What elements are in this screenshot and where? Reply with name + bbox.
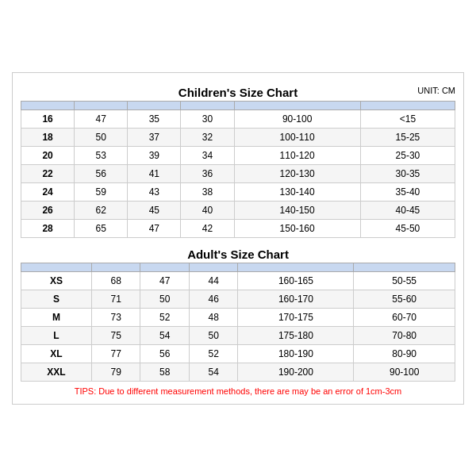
table-cell: 34 <box>181 146 234 164</box>
table-cell: 15-25 <box>360 128 455 146</box>
table-cell: <15 <box>360 109 455 128</box>
table-cell: 48 <box>189 308 238 326</box>
table-cell: 100-110 <box>234 128 360 146</box>
table-row: XXL795854190-20090-100 <box>21 363 455 381</box>
table-cell: 68 <box>91 271 140 290</box>
adults-col-height <box>238 263 354 271</box>
table-cell: L <box>21 326 92 344</box>
adults-col-bust-w <box>140 263 190 271</box>
table-cell: 36 <box>181 164 234 182</box>
table-cell: 38 <box>181 182 234 201</box>
table-cell: 22 <box>21 164 75 182</box>
table-row: 26624540140-15040-45 <box>21 201 455 219</box>
table-cell: 41 <box>128 164 181 182</box>
tips-text: TIPS: Due to different measurement metho… <box>21 386 455 396</box>
table-cell: 37 <box>128 128 181 146</box>
children-col-size <box>21 101 75 109</box>
table-cell: 42 <box>181 219 234 237</box>
table-cell: 90-100 <box>234 109 360 128</box>
table-cell: 43 <box>128 182 181 201</box>
table-cell: XL <box>21 344 92 363</box>
children-title-text: Children's Size Chart <box>178 86 298 99</box>
table-row: 20533934110-12025-30 <box>21 146 455 164</box>
table-cell: 30-35 <box>360 164 455 182</box>
table-row: 1647353090-100<15 <box>21 109 455 128</box>
adults-col-size <box>21 263 92 271</box>
table-cell: 54 <box>140 326 190 344</box>
table-row: S715046160-17055-60 <box>21 290 455 308</box>
table-cell: 65 <box>75 219 128 237</box>
table-cell: 110-120 <box>234 146 360 164</box>
adults-header-row <box>21 263 455 271</box>
table-cell: 62 <box>75 201 128 219</box>
table-cell: 79 <box>91 363 140 381</box>
table-cell: 50 <box>189 326 238 344</box>
table-cell: 26 <box>21 201 75 219</box>
table-row: XL775652180-19080-90 <box>21 344 455 363</box>
table-cell: 24 <box>21 182 75 201</box>
table-cell: 45 <box>128 201 181 219</box>
adults-size-table: XS684744160-16550-55S715046160-17055-60M… <box>21 263 455 382</box>
table-cell: 160-165 <box>238 271 354 290</box>
table-row: 18503732100-11015-25 <box>21 128 455 146</box>
table-cell: S <box>21 290 92 308</box>
table-cell: 73 <box>91 308 140 326</box>
table-cell: 50-55 <box>354 271 455 290</box>
children-col-pant-length <box>181 101 234 109</box>
table-cell: 53 <box>75 146 128 164</box>
table-cell: 18 <box>21 128 75 146</box>
children-section-title: Children's Size Chart UNIT: CM <box>21 81 455 101</box>
table-cell: 44 <box>189 271 238 290</box>
table-cell: 45-50 <box>360 219 455 237</box>
table-cell: 20 <box>21 146 75 164</box>
table-cell: 16 <box>21 109 75 128</box>
table-cell: 180-190 <box>238 344 354 363</box>
table-row: 28654742150-16045-50 <box>21 219 455 237</box>
table-cell: 47 <box>75 109 128 128</box>
table-cell: 140-150 <box>234 201 360 219</box>
table-cell: 60-70 <box>354 308 455 326</box>
table-row: M735248170-17560-70 <box>21 308 455 326</box>
table-cell: 47 <box>140 271 190 290</box>
table-cell: 32 <box>181 128 234 146</box>
table-cell: 35-40 <box>360 182 455 201</box>
table-row: L755450175-18070-80 <box>21 326 455 344</box>
table-cell: 28 <box>21 219 75 237</box>
children-size-table: 1647353090-100<1518503732100-11015-25205… <box>21 101 455 238</box>
table-cell: 46 <box>189 290 238 308</box>
table-cell: 90-100 <box>354 363 455 381</box>
table-cell: 55-60 <box>354 290 455 308</box>
table-cell: M <box>21 308 92 326</box>
table-cell: 30 <box>181 109 234 128</box>
table-cell: 58 <box>140 363 190 381</box>
adults-title-text: Adult's Size Chart <box>187 248 289 261</box>
table-cell: 175-180 <box>238 326 354 344</box>
adults-col-top-length <box>91 263 140 271</box>
table-cell: 35 <box>128 109 181 128</box>
table-row: 22564136120-13030-35 <box>21 164 455 182</box>
table-cell: 160-170 <box>238 290 354 308</box>
table-cell: 25-30 <box>360 146 455 164</box>
table-cell: 50 <box>140 290 190 308</box>
adults-col-weight <box>354 263 455 271</box>
table-cell: 70-80 <box>354 326 455 344</box>
table-cell: 56 <box>75 164 128 182</box>
table-cell: 40-45 <box>360 201 455 219</box>
table-cell: XXL <box>21 363 92 381</box>
table-cell: 52 <box>140 308 190 326</box>
table-cell: 190-200 <box>238 363 354 381</box>
adults-section-title: Adult's Size Chart <box>21 243 455 263</box>
table-cell: 59 <box>75 182 128 201</box>
table-cell: 130-140 <box>234 182 360 201</box>
table-cell: 120-130 <box>234 164 360 182</box>
children-col-height <box>234 101 360 109</box>
children-col-bust-w <box>128 101 181 109</box>
size-chart-container: Children's Size Chart UNIT: CM 164735309… <box>12 72 464 405</box>
table-cell: 39 <box>128 146 181 164</box>
children-header-row <box>21 101 455 109</box>
unit-label: UNIT: CM <box>417 86 455 95</box>
table-cell: 54 <box>189 363 238 381</box>
table-cell: 50 <box>75 128 128 146</box>
table-cell: 80-90 <box>354 344 455 363</box>
table-cell: 170-175 <box>238 308 354 326</box>
